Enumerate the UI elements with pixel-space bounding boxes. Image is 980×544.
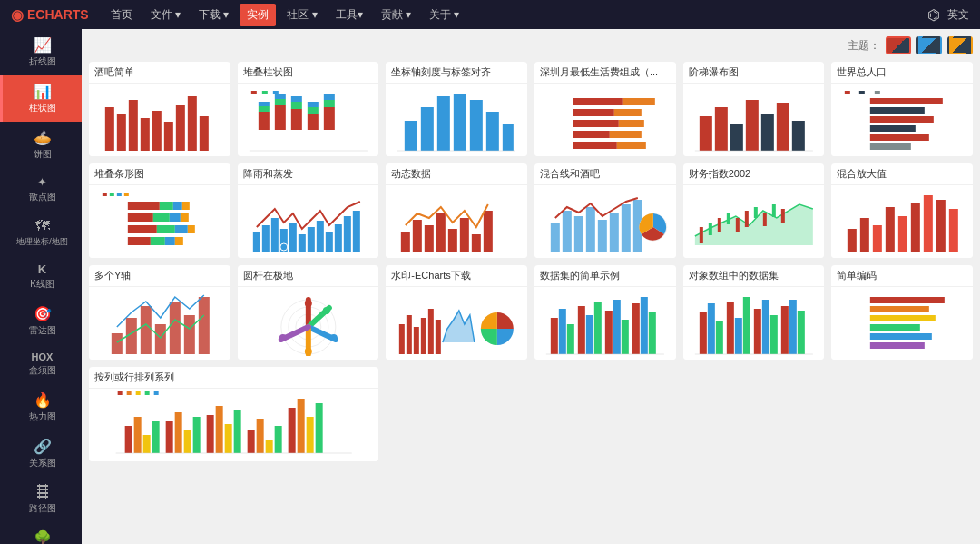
- svg-rect-57: [870, 98, 943, 104]
- svg-rect-34: [503, 124, 514, 151]
- svg-rect-5: [164, 122, 173, 151]
- bar-chart-svg: [93, 89, 227, 153]
- svg-rect-127: [886, 207, 895, 252]
- chart-card-duidie-tiaoxing[interactable]: 堆叠条形图: [89, 163, 230, 258]
- theme-btn-yellow[interactable]: [947, 36, 973, 54]
- nav-right-area: ⌬ 英文: [927, 6, 969, 24]
- chart-card-dongtai[interactable]: 动态数据: [386, 163, 527, 258]
- chart-card-duoge-y[interactable]: 多个Y轴: [89, 265, 230, 360]
- nav-tools[interactable]: 工具▾: [328, 4, 370, 26]
- sidebar-item-lines[interactable]: 🛤 路径图: [0, 477, 82, 522]
- lines-icon: 🛤: [35, 484, 50, 500]
- svg-rect-162: [594, 302, 602, 354]
- sidebar-item-scatter[interactable]: ✦ 散点图: [0, 168, 82, 211]
- series-order-svg: [93, 390, 375, 458]
- chart-preview: [89, 185, 230, 258]
- scatter-icon: ✦: [37, 175, 47, 189]
- chart-card-jiandan-bianhao[interactable]: 简单编码: [831, 265, 973, 360]
- svg-rect-52: [791, 121, 804, 151]
- sidebar-item-radar[interactable]: 🎯 雷达图: [0, 298, 82, 344]
- chart-card-jieceng-pubu[interactable]: 阶梯瀑布图: [683, 62, 825, 156]
- theme-btn-blue[interactable]: [916, 36, 942, 54]
- chart-card-jiuba-jiandan[interactable]: 酒吧简单: [89, 62, 230, 156]
- lang-switch[interactable]: 英文: [947, 7, 969, 23]
- nav-file[interactable]: 文件 ▾: [143, 4, 188, 26]
- svg-rect-128: [898, 216, 907, 252]
- nav-examples[interactable]: 实例: [240, 4, 276, 26]
- chart-card-duidie-zhuzhuang[interactable]: 堆叠柱状图: [238, 62, 379, 156]
- svg-rect-46: [699, 116, 711, 151]
- chart-card-caiwu[interactable]: 财务指数2002: [683, 163, 825, 258]
- sidebar-item-tree[interactable]: 🌳 树图: [0, 522, 82, 544]
- svg-rect-106: [574, 216, 583, 252]
- bar-line2-svg: [241, 191, 376, 254]
- theme-btn-red[interactable]: [886, 36, 911, 54]
- sidebar-item-heatmap[interactable]: 🔥 热力图: [0, 384, 82, 430]
- top-navigation: ◉ ECHARTS 首页 文件 ▾ 下载 ▾ 实例 社区 ▾ 工具▾ 贡献 ▾ …: [0, 0, 980, 29]
- svg-rect-212: [307, 417, 314, 453]
- svg-rect-82: [175, 237, 183, 245]
- svg-rect-72: [153, 213, 170, 222]
- sidebar-item-candlestick[interactable]: K K线图: [0, 255, 82, 298]
- chart-card-shuiyin[interactable]: 水印-ECharts下载: [386, 265, 527, 360]
- sidebar-item-geo[interactable]: 🗺 地理坐标/地图: [0, 211, 82, 255]
- chart-title: 动态数据: [386, 163, 527, 185]
- chart-title: 混合线和酒吧: [534, 163, 676, 185]
- svg-rect-185: [870, 315, 936, 321]
- svg-rect-195: [134, 417, 142, 453]
- svg-rect-160: [578, 306, 585, 354]
- chart-card-shijie-renkou[interactable]: 世界总人口: [831, 62, 973, 156]
- object-dataset-svg: [687, 292, 821, 356]
- svg-rect-152: [421, 318, 426, 354]
- sidebar-item-label: 饼图: [34, 148, 52, 161]
- nav-download[interactable]: 下载 ▾: [191, 4, 236, 26]
- sidebar-item-bar[interactable]: 📊 柱状图: [0, 75, 82, 122]
- chart-preview: [683, 84, 825, 156]
- svg-rect-211: [298, 399, 305, 453]
- svg-rect-204: [225, 424, 232, 453]
- sidebar: 📈 折线图 📊 柱状图 🥧 饼图 ✦ 散点图 🗺 地理坐标/地图 K K线图 🎯…: [0, 29, 82, 544]
- svg-rect-88: [298, 234, 305, 252]
- chart-card-hunhe-xian[interactable]: 混合线和酒吧: [534, 163, 676, 258]
- svg-rect-51: [776, 103, 789, 151]
- svg-rect-75: [128, 225, 157, 233]
- sidebar-item-pie[interactable]: 🥧 饼图: [0, 122, 82, 168]
- svg-rect-83: [252, 232, 260, 252]
- svg-rect-21: [307, 114, 318, 130]
- nav-home[interactable]: 首页: [103, 4, 140, 26]
- chart-preview: [238, 185, 379, 258]
- svg-rect-119: [744, 211, 748, 227]
- chart-card-duixiang-shujuji[interactable]: 对象数组中的数据集: [683, 265, 825, 360]
- svg-rect-77: [175, 225, 188, 233]
- sidebar-item-graph[interactable]: 🔗 关系图: [0, 430, 82, 477]
- chart-card-zuobiao-zhou[interactable]: 坐标轴刻度与标签对齐: [386, 62, 527, 156]
- chart-title: 深圳月最低生活费组成（...: [534, 62, 676, 84]
- chart-card-shenzhen[interactable]: 深圳月最低生活费组成（...: [534, 62, 676, 156]
- svg-rect-123: [780, 209, 784, 223]
- sidebar-item-line[interactable]: 📈 折线图: [0, 29, 82, 75]
- chart-preview: [386, 84, 527, 156]
- svg-point-144: [304, 300, 311, 307]
- svg-rect-192: [145, 391, 150, 395]
- svg-rect-23: [307, 102, 318, 107]
- github-icon[interactable]: ⌬: [927, 6, 940, 24]
- chart-card-jiangyu[interactable]: 降雨和蒸发: [238, 163, 379, 258]
- svg-rect-62: [870, 143, 911, 150]
- sidebar-item-boxplot[interactable]: HOX 盒须图: [0, 344, 82, 384]
- chart-card-anlie-pailie[interactable]: 按列或行排列系列: [89, 367, 378, 461]
- svg-rect-184: [870, 306, 929, 312]
- svg-rect-58: [870, 107, 925, 114]
- svg-rect-50: [760, 114, 773, 151]
- nav-about[interactable]: 关于 ▾: [422, 4, 466, 26]
- hbar-stacked-svg: [538, 89, 672, 153]
- logo[interactable]: ◉ ECHARTS: [11, 6, 89, 24]
- chart-card-hunhe-fangda[interactable]: 混合放大值: [831, 163, 973, 258]
- svg-rect-178: [769, 315, 777, 354]
- nav-community[interactable]: 社区 ▾: [279, 4, 324, 26]
- nav-contribute[interactable]: 贡献 ▾: [374, 4, 418, 26]
- chart-card-shujuji-jiandan[interactable]: 数据集的简单示例: [534, 265, 676, 360]
- chart-card-polar[interactable]: 圆杆在极地: [238, 265, 379, 360]
- svg-rect-79: [128, 237, 151, 245]
- svg-point-146: [329, 334, 337, 341]
- svg-rect-45: [617, 142, 646, 149]
